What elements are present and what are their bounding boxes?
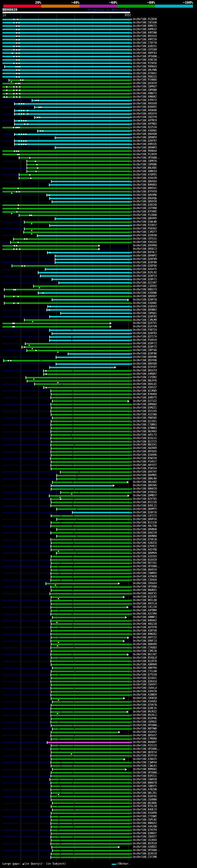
hit-label[interactable]: UniRef100_Q05US7 bbox=[133, 734, 157, 737]
alignment-bar[interactable] bbox=[53, 667, 130, 669]
alignment-bar[interactable] bbox=[51, 782, 130, 784]
alignment-bar[interactable] bbox=[52, 765, 130, 767]
hit-label[interactable]: UniRef100_Q20FB9 bbox=[133, 258, 157, 260]
alignment-bar[interactable] bbox=[44, 387, 130, 388]
alignment-bar[interactable] bbox=[52, 799, 130, 801]
hit-label[interactable]: UniRef100_Q2JXE1 bbox=[133, 420, 157, 423]
hit-label[interactable]: UniRef100_C3MIJ0 bbox=[133, 650, 157, 652]
hit-label[interactable]: UniRef100_A6FCI2 bbox=[133, 636, 157, 639]
hit-label[interactable]: UniRef100_C7CLH0 bbox=[133, 670, 157, 673]
alignment-bar[interactable] bbox=[2, 326, 109, 328]
hit-label[interactable]: UniRef100_Q8VWP2 bbox=[133, 254, 157, 257]
hit-label[interactable]: UniRef100_Q9SEC3 bbox=[133, 248, 157, 250]
hit-label[interactable]: UniRef100_Q6A9J4 bbox=[133, 568, 157, 571]
hit-label[interactable]: UniRef100_B0K6X2 bbox=[133, 822, 157, 825]
alignment-bar[interactable] bbox=[73, 512, 130, 513]
alignment-bar[interactable] bbox=[51, 525, 130, 527]
hit-label[interactable]: UniRef100_A9PF03 bbox=[133, 52, 157, 55]
alignment-bar[interactable] bbox=[56, 137, 130, 138]
hit-label[interactable]: UniRef100_C1F1M8 bbox=[133, 856, 157, 859]
hit-label[interactable]: UniRef100_P50362 bbox=[133, 227, 157, 230]
alignment-bar[interactable] bbox=[51, 796, 130, 797]
hit-label[interactable]: UniRef100_Q20FC5 bbox=[133, 345, 157, 348]
hit-label[interactable]: UniRef100_A9TMC9 bbox=[133, 119, 157, 122]
hit-label[interactable]: UniRef100_O22534 bbox=[133, 126, 157, 129]
alignment-bar[interactable] bbox=[52, 502, 130, 503]
hit-label[interactable]: UniRef100_Q98FJ3 bbox=[133, 640, 157, 642]
alignment-bar[interactable] bbox=[51, 789, 130, 790]
alignment-bar[interactable] bbox=[51, 451, 130, 453]
hit-label[interactable]: UniRef100_C0PQB6 bbox=[133, 163, 157, 166]
alignment-bar[interactable] bbox=[52, 468, 130, 470]
alignment-bar[interactable] bbox=[51, 640, 123, 642]
hit-label[interactable]: UniRef100_Q31DG1 bbox=[133, 677, 157, 680]
hit-label[interactable]: UniRef100_P09043 bbox=[133, 65, 157, 68]
hit-label[interactable]: UniRef100_Q9X7H7 bbox=[133, 470, 157, 473]
hit-label[interactable]: UniRef100_Q24X19 bbox=[133, 852, 157, 855]
hit-label[interactable]: UniRef100_B5ZP96 bbox=[133, 717, 157, 720]
hit-label[interactable]: UniRef100_A7QPE5 bbox=[133, 173, 157, 176]
hit-label[interactable]: UniRef100_C8SK58 bbox=[133, 697, 157, 700]
alignment-bar[interactable] bbox=[53, 850, 130, 851]
alignment-bar[interactable] bbox=[24, 231, 130, 233]
hit-label[interactable]: UniRef100_A5H1G7 bbox=[133, 386, 157, 389]
hit-label[interactable]: UniRef100_P15115 bbox=[133, 744, 157, 747]
alignment-bar[interactable] bbox=[20, 157, 130, 159]
hit-label[interactable]: UniRef100_UPI000.. bbox=[133, 565, 160, 568]
alignment-bar[interactable] bbox=[2, 42, 130, 44]
alignment-bar[interactable] bbox=[51, 566, 130, 567]
hit-label[interactable]: UniRef100_B7FKM5 bbox=[133, 210, 157, 213]
hit-label[interactable]: UniRef100_Q8VMV9 bbox=[133, 552, 157, 555]
hit-label[interactable]: UniRef100_Q8VXD7 bbox=[133, 295, 157, 298]
alignment-bar[interactable] bbox=[5, 289, 130, 290]
hit-label[interactable]: UniRef100_P58554 bbox=[133, 467, 157, 470]
alignment-bar[interactable] bbox=[51, 539, 130, 540]
alignment-bar[interactable] bbox=[51, 431, 130, 432]
hit-label[interactable]: UniRef100_Q11CR5 bbox=[133, 595, 157, 598]
alignment-bar[interactable] bbox=[51, 711, 126, 713]
alignment-bar[interactable] bbox=[51, 694, 130, 696]
alignment-bar[interactable] bbox=[50, 779, 130, 780]
hit-label[interactable]: UniRef100_Q8VX58 bbox=[133, 200, 157, 203]
hit-label[interactable]: UniRef100_B3H4P2 bbox=[133, 105, 157, 108]
alignment-bar[interactable] bbox=[51, 458, 130, 459]
hit-label[interactable]: UniRef100_Q1MC35 bbox=[133, 707, 157, 710]
alignment-bar[interactable] bbox=[52, 833, 130, 834]
alignment-bar[interactable] bbox=[2, 59, 130, 61]
alignment-bar[interactable] bbox=[15, 140, 130, 142]
hit-label[interactable]: UniRef100_A7B2H8 bbox=[133, 788, 157, 791]
hit-label[interactable]: UniRef100_A2BZC6 bbox=[133, 541, 157, 545]
alignment-bar[interactable] bbox=[5, 302, 130, 304]
alignment-bar[interactable] bbox=[51, 762, 130, 763]
alignment-bar[interactable] bbox=[50, 593, 130, 595]
alignment-bar[interactable] bbox=[53, 769, 125, 770]
hit-label[interactable]: UniRef100_A9CFL0 bbox=[133, 602, 157, 605]
alignment-bar[interactable] bbox=[51, 681, 130, 682]
hit-label[interactable]: UniRef100_Q20FB7 bbox=[133, 140, 157, 142]
hit-label[interactable]: UniRef100_Q2K4I4 bbox=[133, 680, 157, 683]
hit-label[interactable]: UniRef100_Q8VXM6 bbox=[133, 194, 157, 196]
hit-label[interactable]: UniRef100_C7QM61 bbox=[133, 423, 157, 426]
alignment-bar[interactable] bbox=[25, 228, 130, 230]
alignment-bar[interactable] bbox=[52, 752, 130, 753]
alignment-bar[interactable] bbox=[52, 853, 130, 855]
alignment-bar[interactable] bbox=[11, 242, 130, 243]
alignment-bar[interactable] bbox=[47, 309, 130, 311]
alignment-bar[interactable] bbox=[2, 154, 130, 155]
hit-label[interactable]: UniRef100_A9TMD3 bbox=[133, 123, 157, 125]
hit-label[interactable]: UniRef100_C7MSM4 bbox=[133, 738, 157, 740]
hit-label[interactable]: UniRef100_Q3B0X7 bbox=[133, 832, 157, 835]
hit-label[interactable]: UniRef100_Q20FB6 bbox=[133, 352, 157, 355]
alignment-bar[interactable] bbox=[52, 691, 130, 692]
hit-label[interactable]: UniRef100_B9R8R3 bbox=[133, 184, 157, 186]
alignment-bar[interactable] bbox=[2, 56, 130, 57]
hit-label[interactable]: UniRef100_A4S475 bbox=[133, 268, 157, 271]
hit-label[interactable]: UniRef100_A3Z3X3 bbox=[133, 555, 157, 558]
alignment-bar[interactable] bbox=[51, 654, 127, 655]
hit-label[interactable]: UniRef100_C3WLK1 bbox=[133, 765, 157, 767]
hit-label[interactable]: UniRef100_B2V765 bbox=[133, 498, 157, 500]
alignment-bar[interactable] bbox=[50, 340, 130, 341]
alignment-bar[interactable] bbox=[51, 613, 130, 615]
alignment-bar[interactable] bbox=[2, 19, 130, 20]
alignment-bar[interactable] bbox=[47, 742, 130, 743]
